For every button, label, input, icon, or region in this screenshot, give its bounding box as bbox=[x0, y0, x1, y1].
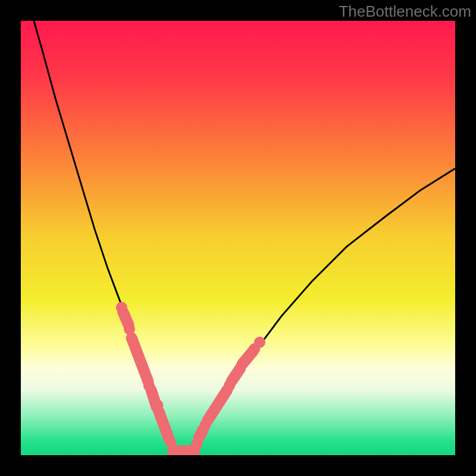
svg-point-7 bbox=[224, 380, 235, 392]
chart-frame: TheBottleneck.com bbox=[0, 0, 476, 476]
svg-point-0 bbox=[116, 302, 127, 313]
svg-point-1 bbox=[124, 324, 135, 335]
watermark-text: TheBottleneck.com bbox=[339, 2, 471, 21]
svg-point-6 bbox=[200, 419, 211, 430]
svg-point-3 bbox=[152, 400, 163, 411]
chart-svg bbox=[21, 21, 455, 455]
svg-point-10 bbox=[254, 337, 265, 348]
svg-point-8 bbox=[234, 363, 246, 374]
gradient-background bbox=[21, 21, 455, 455]
svg-point-4 bbox=[165, 437, 176, 448]
svg-point-2 bbox=[143, 380, 155, 392]
svg-point-5 bbox=[191, 439, 202, 450]
plot-area bbox=[21, 21, 455, 455]
